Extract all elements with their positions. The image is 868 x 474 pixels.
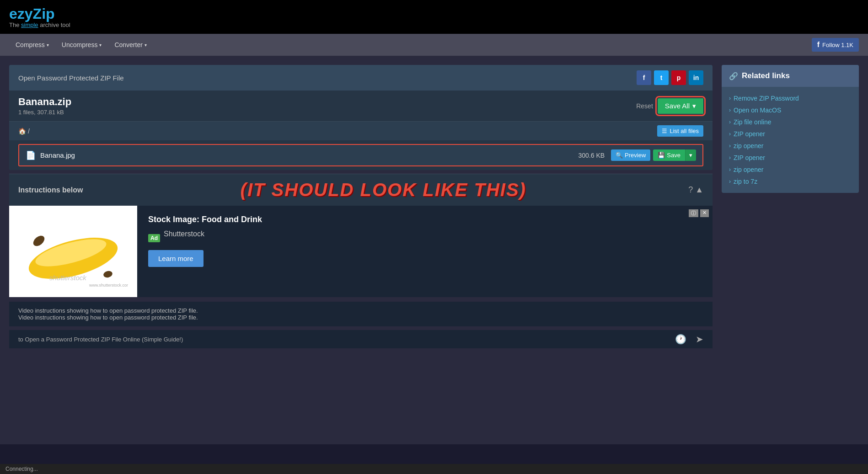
related-links-title: Related links xyxy=(742,71,790,80)
path-bar: 🏠 / ☰ List all files xyxy=(9,121,713,140)
ad-provider: Shutterstock xyxy=(164,230,204,238)
video-text-2: Video instructions showing how to open p… xyxy=(18,314,703,321)
related-link-zip-to-7z[interactable]: › zip to 7z xyxy=(729,176,852,187)
reset-button[interactable]: Reset xyxy=(636,102,653,110)
share-icon[interactable]: ➤ xyxy=(696,334,703,345)
ad-title: Stock Image: Food and Drink xyxy=(148,215,702,224)
save-all-button[interactable]: Save All ▾ xyxy=(658,98,703,114)
twitter-share-button[interactable]: t xyxy=(654,70,669,85)
save-file-button[interactable]: 💾 Save xyxy=(653,149,685,161)
fb-icon: f xyxy=(817,41,820,49)
bottom-bar-actions: 🕐 ➤ xyxy=(675,334,703,345)
chevron-icon: › xyxy=(729,154,731,161)
linkedin-share-button[interactable]: in xyxy=(689,70,703,85)
save-icon: 💾 xyxy=(658,152,665,159)
preview-icon: 🔍 xyxy=(616,152,623,159)
sidebar: 🔗 Related links › Remove ZIP Password › … xyxy=(722,65,859,435)
ad-badge: Ad xyxy=(148,234,160,242)
nav-compress[interactable]: Compress ▾ xyxy=(9,41,55,48)
banana-svg: shutterstock www.shutterstock.com · 1155… xyxy=(18,213,128,290)
list-all-label: List all files xyxy=(670,128,699,134)
file-info-bar: Banana.zip 1 files, 307.81 kB Reset Save… xyxy=(9,91,713,121)
chevron-icon: › xyxy=(729,143,731,149)
path-text: 🏠 / xyxy=(18,128,30,135)
logo-ezy: ezy xyxy=(9,5,33,22)
fb-follow-button[interactable]: f Follow 1.1K xyxy=(812,38,859,52)
ad-image: shutterstock www.shutterstock.com · 1155… xyxy=(9,206,137,297)
navbar: Compress ▾ Uncompress ▾ Converter ▾ f Fo… xyxy=(0,34,868,56)
uncompress-caret-icon: ▾ xyxy=(99,43,102,48)
main-wrapper: Open Password Protected ZIP File f t p i… xyxy=(0,56,868,444)
file-row-size: 300.6 KB xyxy=(579,152,605,159)
related-links-list: › Remove ZIP Password › Open on MacOS › … xyxy=(722,87,859,193)
related-link-zip-opener-2[interactable]: › zip opener xyxy=(729,140,852,152)
content-area: Open Password Protected ZIP File f t p i… xyxy=(9,65,713,435)
tagline: The simple archive tool xyxy=(9,21,70,28)
action-group: Reset Save All ▾ xyxy=(636,98,703,114)
clock-icon[interactable]: 🕐 xyxy=(675,334,686,345)
annotation-text: (It Should Look Like This) xyxy=(83,180,684,200)
svg-text:www.shutterstock.com · 1155329: www.shutterstock.com · 115532960 xyxy=(89,283,128,288)
list-icon: ☰ xyxy=(662,128,667,134)
instructions-bar: Instructions below (It Should Look Like … xyxy=(9,174,713,206)
nav-converter[interactable]: Converter ▾ xyxy=(108,41,153,48)
related-links-card: 🔗 Related links › Remove ZIP Password › … xyxy=(722,65,859,193)
save-all-group: Save All ▾ xyxy=(658,98,703,114)
main-card: Open Password Protected ZIP File f t p i… xyxy=(9,65,713,170)
pinterest-share-button[interactable]: p xyxy=(671,70,686,85)
save-all-label: Save All xyxy=(665,102,690,110)
home-icon: 🏠 xyxy=(18,128,26,135)
chevron-icon: › xyxy=(729,178,731,185)
related-link-remove-zip-password[interactable]: › Remove ZIP Password xyxy=(729,92,852,104)
table-row: 📄 Banana.jpg 300.6 KB 🔍 Preview 💾 Save ▾ xyxy=(18,144,703,166)
related-links-icon: 🔗 xyxy=(729,72,738,80)
facebook-share-button[interactable]: f xyxy=(637,70,651,85)
chevron-icon: › xyxy=(729,107,731,113)
help-button[interactable]: ? ▲ xyxy=(688,185,703,195)
list-all-button[interactable]: ☰ List all files xyxy=(657,125,703,137)
related-link-open-macos[interactable]: › Open on MacOS xyxy=(729,104,852,116)
chevron-icon: › xyxy=(729,131,731,137)
ad-label-row: Ad Shutterstock xyxy=(148,230,702,246)
file-type-icon: 📄 xyxy=(26,150,36,160)
logo[interactable]: ezyZip xyxy=(9,5,70,22)
file-row-wrapper: 📄 Banana.jpg 300.6 KB 🔍 Preview 💾 Save ▾ xyxy=(9,140,713,170)
file-row-name: Banana.jpg xyxy=(40,151,579,159)
preview-button[interactable]: 🔍 Preview xyxy=(611,149,650,161)
compress-caret-icon: ▾ xyxy=(47,43,49,48)
related-link-ZIP-opener-3[interactable]: › ZIP opener xyxy=(729,152,852,164)
logo-zip: Zip xyxy=(33,5,55,22)
social-icons: f t p in xyxy=(637,70,703,85)
save-button-group: 💾 Save ▾ xyxy=(653,149,696,161)
ad-content: ⓘ ✕ Stock Image: Food and Drink Ad Shutt… xyxy=(137,206,713,297)
video-section: Video instructions showing how to open p… xyxy=(9,302,713,326)
file-meta: 1 files, 307.81 kB xyxy=(18,109,71,116)
ad-controls: ⓘ ✕ xyxy=(689,209,709,217)
related-link-zip-file-online[interactable]: › Zip file online xyxy=(729,116,852,128)
ad-info-button[interactable]: ⓘ xyxy=(689,209,698,217)
card-title: Open Password Protected ZIP File xyxy=(18,74,124,82)
chevron-icon: › xyxy=(729,166,731,173)
save-file-dropdown-button[interactable]: ▾ xyxy=(685,149,696,161)
nav-uncompress[interactable]: Uncompress ▾ xyxy=(55,41,108,48)
ad-section: shutterstock www.shutterstock.com · 1155… xyxy=(9,206,713,297)
ad-close-button[interactable]: ✕ xyxy=(700,209,709,217)
related-link-zip-opener-4[interactable]: › zip opener xyxy=(729,164,852,176)
bottom-bar: to Open a Password Protected ZIP File On… xyxy=(9,330,713,348)
related-links-header: 🔗 Related links xyxy=(722,65,859,87)
card-header: Open Password Protected ZIP File f t p i… xyxy=(9,65,713,91)
file-name: Banana.zip xyxy=(18,96,71,108)
converter-caret-icon: ▾ xyxy=(145,43,147,48)
svg-text:shutterstock: shutterstock xyxy=(49,274,87,282)
fb-follow-label: Follow 1.1K xyxy=(822,42,853,48)
header: ezyZip The simple archive tool xyxy=(0,0,868,34)
bottom-bar-text: to Open a Password Protected ZIP File On… xyxy=(18,336,183,343)
chevron-icon: › xyxy=(729,119,731,125)
video-text-1: Video instructions showing how to open p… xyxy=(18,307,703,314)
related-link-zip-opener-1[interactable]: › ZIP opener xyxy=(729,128,852,140)
instructions-label: Instructions below xyxy=(18,186,83,194)
save-all-down-icon: ▾ xyxy=(692,102,696,110)
chevron-icon: › xyxy=(729,95,731,101)
learn-more-button[interactable]: Learn more xyxy=(148,250,204,267)
